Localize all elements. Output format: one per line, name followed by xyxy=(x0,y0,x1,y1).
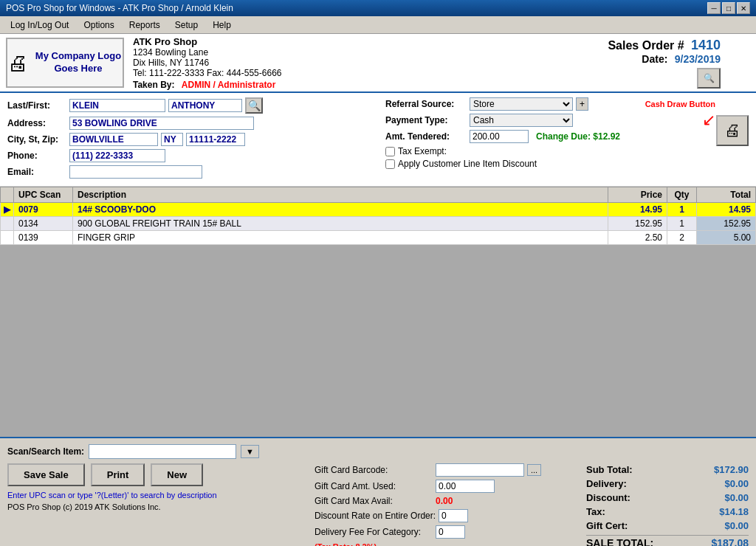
tax-rate-note: (Tax Rate: 8.2%) xyxy=(315,542,377,546)
tax-exempt-checkbox[interactable] xyxy=(385,147,395,156)
print-button[interactable]: Print xyxy=(91,463,145,486)
sale-total-label: SALE TOTAL: xyxy=(586,537,653,546)
gift-card-max-value: 0.00 xyxy=(436,496,453,506)
discount-value: $0.00 xyxy=(724,492,749,503)
row-description: FINGER GRIP xyxy=(73,231,608,245)
row-total: 14.95 xyxy=(697,203,756,217)
row-upc: 0134 xyxy=(14,217,73,231)
phone-input[interactable] xyxy=(69,149,165,162)
row-qty: 2 xyxy=(667,231,697,245)
payment-dropdown[interactable]: Cash xyxy=(470,114,573,127)
company-logo-text: My Company Logo Goes Here xyxy=(34,50,123,75)
delivery-fee-label: Delivery Fee For Category: xyxy=(315,527,433,537)
taken-by-name: ADMIN / Administrator xyxy=(182,80,276,90)
col-header-total: Total xyxy=(697,187,756,203)
date-label: Date: xyxy=(642,53,667,65)
menu-setup[interactable]: Setup xyxy=(168,18,205,32)
row-price: 2.50 xyxy=(608,231,667,245)
close-button[interactable]: ✕ xyxy=(737,2,750,14)
company-address1: 1234 Bowling Lane xyxy=(133,47,281,58)
referral-dropdown[interactable]: Store xyxy=(470,97,573,111)
col-header-qty: Qty xyxy=(667,187,697,203)
window-title: POS Pro Shop for Windows - ATK Pro Shop … xyxy=(6,3,233,13)
customer-search-button[interactable]: 🔍 xyxy=(245,97,263,114)
change-due: Change Due: $12.92 xyxy=(536,131,620,142)
payment-label: Payment Type: xyxy=(385,115,467,125)
table-row[interactable]: ▶ 0079 14# SCOOBY-DOO 14.95 1 14.95 xyxy=(1,203,756,217)
header-search-button[interactable]: 🔍 xyxy=(697,68,721,89)
row-price: 14.95 xyxy=(608,203,667,217)
scan-label: Scan/Search Item: xyxy=(7,446,84,457)
gift-card-max-label: Gift Card Max Avail: xyxy=(315,496,433,506)
email-label: Email: xyxy=(7,167,66,177)
discount-total-label: Discount: xyxy=(586,492,630,503)
city-st-zip-label: City, St, Zip: xyxy=(7,134,66,145)
delivery-value: $0.00 xyxy=(724,478,749,489)
row-total: 5.00 xyxy=(697,231,756,245)
taken-by-label: Taken By: xyxy=(133,80,174,90)
scan-dropdown-button[interactable]: ▼ xyxy=(241,445,259,458)
table-row[interactable]: 0139 FINGER GRIP 2.50 2 5.00 xyxy=(1,231,756,245)
table-row[interactable]: 0134 900 GLOBAL FREIGHT TRAIN 15# BALL 1… xyxy=(1,217,756,231)
amt-tendered-label: Amt. Tendered: xyxy=(385,131,467,142)
row-arrow xyxy=(1,231,14,245)
row-qty: 1 xyxy=(667,203,697,217)
order-number: 1410 xyxy=(691,38,721,52)
new-button[interactable]: New xyxy=(151,463,203,486)
gift-cert-value: $0.00 xyxy=(724,520,749,531)
scan-search-input[interactable] xyxy=(89,444,236,459)
discount-rate-input[interactable] xyxy=(439,509,468,522)
col-header-price: Price xyxy=(608,187,667,203)
date-value: 9/23/2019 xyxy=(675,53,721,65)
amt-tendered-input[interactable] xyxy=(470,130,529,143)
sale-total-value: $187.08 xyxy=(711,537,749,546)
zip-input[interactable] xyxy=(186,133,245,146)
phone-label: Phone: xyxy=(7,151,66,161)
minimize-button[interactable]: ─ xyxy=(707,2,721,14)
address-label: Address: xyxy=(7,118,66,128)
email-input[interactable] xyxy=(69,165,202,179)
menu-options[interactable]: Options xyxy=(76,18,121,32)
row-total: 152.95 xyxy=(697,217,756,231)
tax-exempt-label: Tax Exempt: xyxy=(398,146,447,156)
referral-label: Referral Source: xyxy=(385,99,467,109)
row-upc: 0139 xyxy=(14,231,73,245)
col-header-arrow xyxy=(1,187,14,203)
row-qty: 1 xyxy=(667,217,697,231)
menu-login[interactable]: Log In/Log Out xyxy=(3,18,76,32)
gift-card-browse-button[interactable]: ... xyxy=(527,464,541,476)
company-address2: Dix Hills, NY 11746 xyxy=(133,58,281,68)
referral-add-button[interactable]: + xyxy=(576,97,588,111)
col-header-description: Description xyxy=(73,187,608,203)
cash-register-icon: 🖨 xyxy=(7,51,28,75)
gift-card-barcode-input[interactable] xyxy=(436,463,524,477)
first-name-input[interactable] xyxy=(168,99,242,112)
menu-reports[interactable]: Reports xyxy=(122,18,168,32)
discount-checkbox[interactable] xyxy=(385,159,395,169)
maximize-button[interactable]: □ xyxy=(722,2,735,14)
address-input[interactable] xyxy=(69,117,254,130)
col-header-upc: UPC Scan xyxy=(14,187,73,203)
row-description: 14# SCOOBY-DOO xyxy=(73,203,608,217)
gift-card-amt-input[interactable] xyxy=(436,480,495,493)
gift-card-amt-label: Gift Card Amt. Used: xyxy=(315,481,433,491)
order-label: Sales Order # xyxy=(608,39,684,52)
menu-help[interactable]: Help xyxy=(205,18,238,32)
sub-total-value: $172.90 xyxy=(714,464,749,475)
delivery-fee-input[interactable] xyxy=(436,525,465,539)
delivery-total-label: Delivery: xyxy=(586,478,627,489)
save-sale-button[interactable]: Save Sale xyxy=(7,463,85,486)
cash-draw-button[interactable]: 🖨 xyxy=(716,115,749,146)
city-input[interactable] xyxy=(69,133,158,146)
copyright-text: POS Pro Shop (c) 2019 ATK Solutions Inc. xyxy=(7,502,303,511)
last-name-input[interactable] xyxy=(69,99,165,112)
discount-label: Apply Customer Line Item Discount xyxy=(398,159,537,169)
state-input[interactable] xyxy=(161,133,183,146)
gift-cert-label: Gift Cert: xyxy=(586,520,628,531)
sub-total-label: Sub Total: xyxy=(586,464,633,475)
discount-rate-label: Discount Rate on Entire Order: xyxy=(315,511,436,521)
row-upc: 0079 xyxy=(14,203,73,217)
last-first-label: Last/First: xyxy=(7,100,66,111)
row-description: 900 GLOBAL FREIGHT TRAIN 15# BALL xyxy=(73,217,608,231)
row-arrow xyxy=(1,217,14,231)
